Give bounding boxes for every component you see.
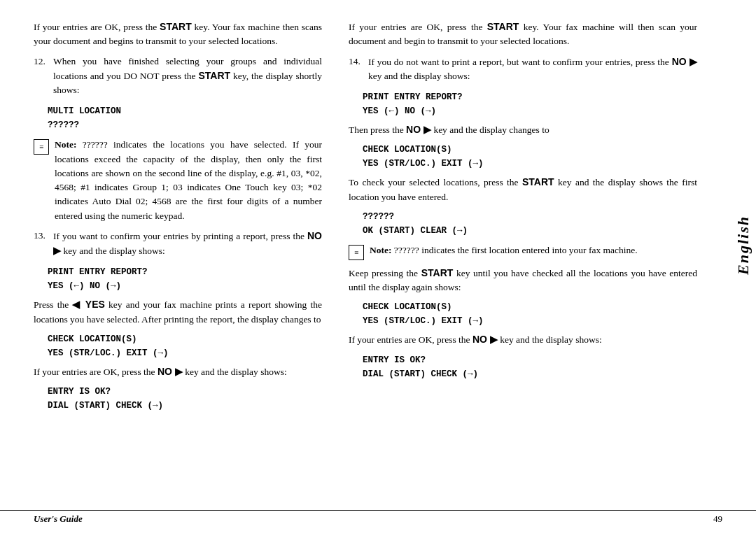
check-location-block1: CHECK LOCATION(S) YES (STR/LOC.) EXIT (→… — [48, 332, 322, 360]
entry-is-ok-block1: ENTRY IS OK? DIAL (START) CHECK (→) — [48, 385, 322, 413]
item-13-text: If you want to confirm your entries by p… — [53, 229, 322, 259]
no-key-ref2: NO ▶ — [158, 366, 183, 377]
left-intro-p1: If your entries are OK, press the START … — [34, 20, 322, 49]
cl3-line2: YES (STR/LOC.) EXIT (→) — [363, 314, 697, 328]
item-12-text: When you have finished selecting your gr… — [53, 55, 322, 98]
item-14-num: 14. — [349, 55, 364, 84]
note-icon-1: ≡ — [34, 139, 49, 155]
start-key-ref3: START — [487, 21, 519, 32]
per-line2: YES (←) NO (→) — [48, 279, 322, 293]
english-label: English — [734, 215, 752, 275]
item-12-num: 12. — [34, 55, 49, 98]
item-14-p2: Then press the NO ▶ key and the display … — [349, 122, 697, 137]
item-13-p3: If your entries are OK, press the NO ▶ k… — [34, 364, 322, 379]
right-intro-p1: If your entries are OK, press the START … — [349, 20, 697, 49]
item-14-p4: Keep pressing the START key until you ha… — [349, 266, 697, 295]
yes-key-ref: ◀ YES — [72, 299, 104, 310]
sidebar-english: English — [731, 0, 756, 490]
footer-users-guide: User's Guide — [34, 513, 713, 525]
note-label-2: Note: — [370, 245, 391, 255]
item-14-p5: If your entries are OK, press the NO ▶ k… — [349, 332, 697, 347]
check-location-block2: CHECK LOCATION(S) YES (STR/LOC.) EXIT (→… — [363, 143, 697, 171]
qm-line2: OK (START) CLEAR (→) — [363, 224, 697, 238]
content-area: If your entries are OK, press the START … — [34, 20, 722, 488]
note-icon-2: ≡ — [349, 245, 364, 260]
note-content-2: Note: ?????? indicates the first locatio… — [370, 243, 697, 260]
item-13-num: 13. — [34, 229, 49, 259]
page-footer: User's Guide 49 — [0, 510, 756, 525]
note-content-1: Note: ?????? indicates the locations you… — [55, 138, 322, 223]
eio1-line2: DIAL (START) CHECK (→) — [48, 399, 322, 413]
cl3-line1: CHECK LOCATION(S) — [363, 300, 697, 314]
qm-line1: ?????? — [363, 210, 697, 224]
list-item-12: 12. When you have finished selecting you… — [34, 55, 322, 98]
start-key-ref: START — [160, 21, 192, 32]
multi-location-block: MULTI LOCATION ?????? — [48, 104, 322, 132]
print-entry-report-block2: PRINT ENTRY REPORT? YES (←) NO (→) — [363, 90, 697, 118]
note-block-1: ≡ Note: ?????? indicates the locations y… — [34, 138, 322, 223]
item-13-p2: Press the ◀ YES key and your fax machine… — [34, 297, 322, 327]
per2-line1: PRINT ENTRY REPORT? — [363, 90, 697, 104]
eio2-line2: DIAL (START) CHECK (→) — [363, 367, 697, 381]
footer-page-number: 49 — [713, 513, 722, 525]
no-key-ref1: NO ▶ — [53, 230, 322, 256]
multi-location-line2: ?????? — [48, 118, 322, 132]
eio1-line1: ENTRY IS OK? — [48, 385, 322, 399]
multi-location-line1: MULTI LOCATION — [48, 104, 322, 118]
no-key-ref5: NO ▶ — [472, 334, 498, 345]
start-key-ref5: START — [421, 267, 454, 278]
eio2-line1: ENTRY IS OK? — [363, 353, 697, 367]
check-location-block3: CHECK LOCATION(S) YES (STR/LOC.) EXIT (→… — [363, 300, 697, 328]
qmarks-block: ?????? OK (START) CLEAR (→) — [363, 210, 697, 238]
cl2-line2: YES (STR/LOC.) EXIT (→) — [363, 157, 697, 171]
right-column: If your entries are OK, press the START … — [342, 20, 722, 488]
start-key-ref2: START — [199, 70, 231, 81]
cl2-line1: CHECK LOCATION(S) — [363, 143, 697, 157]
per-line1: PRINT ENTRY REPORT? — [48, 265, 322, 279]
item-14-p3: To check your selected locations, press … — [349, 175, 697, 204]
start-key-ref4: START — [522, 176, 554, 187]
page-container: If your entries are OK, press the START … — [0, 0, 756, 533]
note-label-1: Note: — [55, 139, 76, 150]
entry-is-ok-block2: ENTRY IS OK? DIAL (START) CHECK (→) — [363, 353, 697, 381]
cl1-line2: YES (STR/LOC.) EXIT (→) — [48, 346, 322, 360]
left-column: If your entries are OK, press the START … — [34, 20, 342, 488]
cl1-line1: CHECK LOCATION(S) — [48, 332, 322, 346]
no-key-ref3: NO ▶ — [672, 56, 697, 67]
print-entry-report-block1: PRINT ENTRY REPORT? YES (←) NO (→) — [48, 265, 322, 293]
no-key-ref4: NO ▶ — [406, 124, 431, 135]
per2-line2: YES (←) NO (→) — [363, 104, 697, 118]
item-14-text: If you do not want to print a report, bu… — [368, 55, 697, 84]
list-item-14: 14. If you do not want to print a report… — [349, 55, 697, 84]
list-item-13: 13. If you want to confirm your entries … — [34, 229, 322, 259]
note-block-2: ≡ Note: ?????? indicates the first locat… — [349, 243, 697, 260]
